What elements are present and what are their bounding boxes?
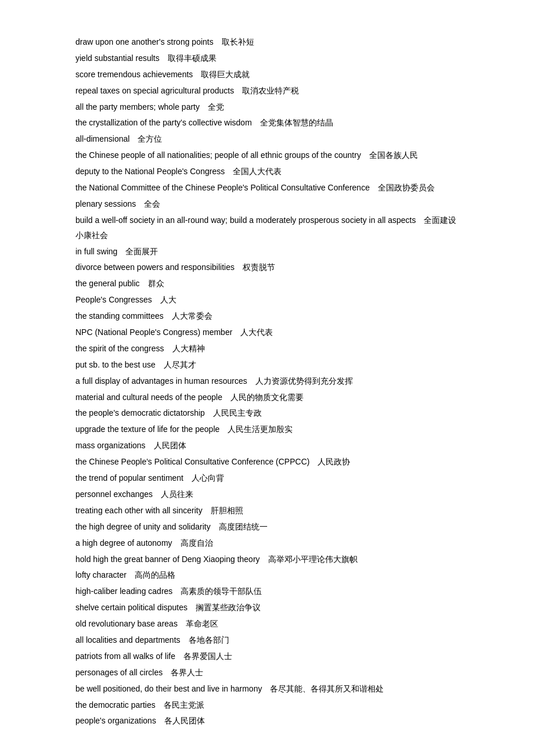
entry-text: upgrade the texture of life for the peop… xyxy=(75,424,293,434)
entry-text: the trend of popular sentiment 人心向背 xyxy=(75,473,224,483)
list-item: be well positioned, do their best and li… xyxy=(75,682,459,697)
list-item: NPC (National People's Congress) member … xyxy=(75,325,459,340)
entry-text: be well positioned, do their best and li… xyxy=(75,684,384,693)
entry-text: shelve certain political disputes 搁置某些政治… xyxy=(75,603,261,612)
entry-text: the Chinese People's Political Consultat… xyxy=(75,457,350,466)
list-item: high-caliber leading cadres 高素质的领导干部队伍 xyxy=(75,584,459,599)
entry-text: score tremendous achievements 取得巨大成就 xyxy=(75,70,250,79)
list-item: deputy to the National People's Congress… xyxy=(75,164,459,179)
entry-text: old revolutionary base areas 革命老区 xyxy=(75,619,218,628)
entry-text: lofty character 高尚的品格 xyxy=(75,570,175,579)
entry-text: yield substantial results 取得丰硕成果 xyxy=(75,53,217,63)
list-item: all-dimensional 全方位 xyxy=(75,132,459,147)
list-item: a full display of advantages in human re… xyxy=(75,374,459,389)
list-item: build a well-off society in an all-round… xyxy=(75,213,459,243)
entry-text: the democratic parties 各民主党派 xyxy=(75,700,204,710)
list-item: all the party members; whole party 全党 xyxy=(75,100,459,115)
entry-text: the crystallization of the party's colle… xyxy=(75,118,333,127)
entry-text: hold high the great banner of Deng Xiaop… xyxy=(75,555,358,564)
list-item: the spirit of the congress 人大精神 xyxy=(75,341,459,357)
list-item: treating each other with all sincerity 肝… xyxy=(75,503,459,519)
list-item: the democratic parties 各民主党派 xyxy=(75,698,459,713)
list-item: yield substantial results 取得丰硕成果 xyxy=(75,51,459,66)
list-item: material and cultural needs of the peopl… xyxy=(75,390,459,405)
list-item: a high degree of autonomy 高度自治 xyxy=(75,536,459,551)
entry-text: put sb. to the best use 人尽其才 xyxy=(75,360,196,369)
list-item: people's organizations 各人民团体 xyxy=(75,714,459,729)
entry-text: the general public 群众 xyxy=(75,279,164,288)
entry-text: in full swing 全面展开 xyxy=(75,247,158,256)
list-item: People's Congresses 人大 xyxy=(75,293,459,308)
list-item: the people's democratic dictatorship 人民民… xyxy=(75,406,459,421)
list-item: personnel exchanges 人员往来 xyxy=(75,487,459,502)
entry-text: build a well-off society in an all-round… xyxy=(75,215,457,240)
entry-text: high-caliber leading cadres 高素质的领导干部队伍 xyxy=(75,586,262,596)
list-item: the Chinese People's Political Consultat… xyxy=(75,455,459,470)
list-item: old revolutionary base areas 革命老区 xyxy=(75,617,459,632)
entry-text: the standing committees 人大常委会 xyxy=(75,311,212,321)
list-item: draw upon one another's strong points 取长… xyxy=(75,35,459,50)
list-item: all localities and departments 各地各部门 xyxy=(75,633,459,648)
list-item: the trend of popular sentiment 人心向背 xyxy=(75,471,459,486)
list-item: score tremendous achievements 取得巨大成就 xyxy=(75,67,459,82)
list-item: in full swing 全面展开 xyxy=(75,244,459,260)
entry-text: the people's democratic dictatorship 人民民… xyxy=(75,408,262,417)
list-item: mass organizations 人民团体 xyxy=(75,438,459,453)
entry-text: plenary sessions 全会 xyxy=(75,199,160,208)
entry-text: material and cultural needs of the peopl… xyxy=(75,393,304,402)
entry-text: deputy to the National People's Congress… xyxy=(75,167,282,176)
entry-text: personages of all circles 各界人士 xyxy=(75,668,203,677)
list-item: the general public 群众 xyxy=(75,276,459,291)
entry-text: the spirit of the congress 人大精神 xyxy=(75,344,205,353)
list-item: hold high the great banner of Deng Xiaop… xyxy=(75,552,459,567)
entry-text: the Chinese people of all nationalities;… xyxy=(75,150,418,160)
list-item: upgrade the texture of life for the peop… xyxy=(75,422,459,437)
entry-text: a full display of advantages in human re… xyxy=(75,376,353,386)
content-list: draw upon one another's strong points 取长… xyxy=(75,35,459,729)
entry-text: treating each other with all sincerity 肝… xyxy=(75,506,243,515)
entry-text: divorce between powers and responsibilit… xyxy=(75,262,275,272)
list-item: put sb. to the best use 人尽其才 xyxy=(75,358,459,373)
list-item: the Chinese people of all nationalities;… xyxy=(75,148,459,163)
list-item: shelve certain political disputes 搁置某些政治… xyxy=(75,600,459,615)
list-item: repeal taxes on special agricultural pro… xyxy=(75,84,459,99)
list-item: patriots from all walks of life 各界爱国人士 xyxy=(75,649,459,664)
list-item: personages of all circles 各界人士 xyxy=(75,665,459,681)
entry-text: repeal taxes on special agricultural pro… xyxy=(75,86,299,95)
entry-text: a high degree of autonomy 高度自治 xyxy=(75,538,213,548)
entry-text: all localities and departments 各地各部门 xyxy=(75,635,229,645)
entry-text: all the party members; whole party 全党 xyxy=(75,102,224,111)
entry-text: the National Committee of the Chinese Pe… xyxy=(75,183,435,192)
list-item: lofty character 高尚的品格 xyxy=(75,568,459,583)
entry-text: personnel exchanges 人员往来 xyxy=(75,489,193,499)
list-item: the National Committee of the Chinese Pe… xyxy=(75,181,459,196)
entry-text: patriots from all walks of life 各界爱国人士 xyxy=(75,651,232,661)
entry-text: draw upon one another's strong points 取长… xyxy=(75,37,254,46)
list-item: the crystallization of the party's colle… xyxy=(75,116,459,131)
list-item: divorce between powers and responsibilit… xyxy=(75,260,459,275)
entry-text: mass organizations 人民团体 xyxy=(75,441,186,450)
entry-text: the high degree of unity and solidarity … xyxy=(75,522,268,531)
entry-text: NPC (National People's Congress) member … xyxy=(75,327,273,337)
entry-text: all-dimensional 全方位 xyxy=(75,134,162,143)
list-item: plenary sessions 全会 xyxy=(75,197,459,212)
list-item: the high degree of unity and solidarity … xyxy=(75,520,459,535)
list-item: the standing committees 人大常委会 xyxy=(75,309,459,324)
entry-text: People's Congresses 人大 xyxy=(75,295,176,304)
entry-text: people's organizations 各人民团体 xyxy=(75,716,205,725)
